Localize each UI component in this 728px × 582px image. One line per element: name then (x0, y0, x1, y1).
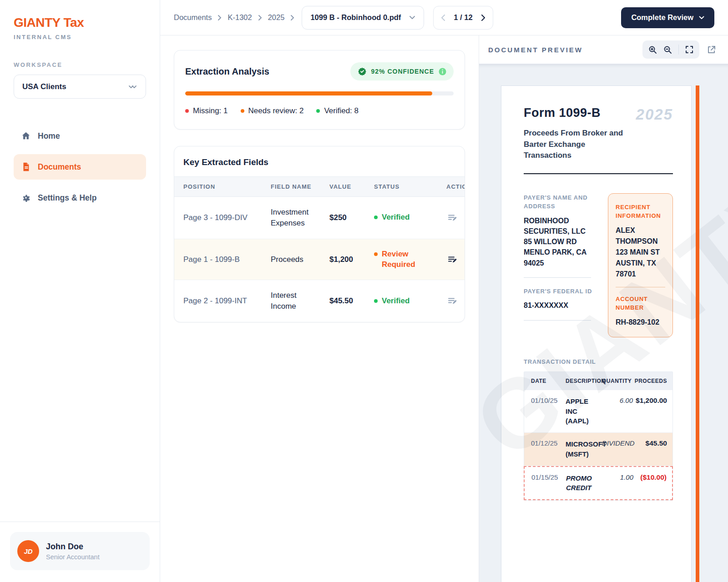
federal-id-label: PAYER'S FEDERAL ID (524, 287, 597, 296)
complete-review-label: Complete Review (631, 13, 693, 22)
status-badge: Verified (374, 212, 434, 223)
fullscreen-icon[interactable] (685, 45, 693, 54)
chevrons-down-icon (128, 83, 137, 90)
extraction-title: Extraction Analysis (185, 66, 269, 77)
tx-date: 01/15/25 (531, 473, 566, 481)
row-field-name: Investment Expenses (271, 207, 329, 229)
breadcrumb: Documents K-1302 2025 (174, 13, 294, 22)
chevron-right-icon (290, 15, 294, 21)
file-selector[interactable]: 1099 B - Robinhood 0.pdf (302, 6, 424, 30)
tx-quantity: DIVIDEND (602, 439, 633, 447)
tx-description: MICROSOFT (MSFT) (566, 439, 602, 459)
sidebar-item-home[interactable]: Home (14, 123, 146, 149)
form-1099b-page: Form 1099-B 2025 Proceeds From Broker an… (501, 85, 692, 582)
sidebar-item-documents[interactable]: Documents (14, 154, 146, 180)
column-header-value: VALUE (329, 183, 374, 190)
tx-column-proceeds: PROCEEDS (633, 378, 667, 384)
legend-review-label: Needs review: 2 (248, 106, 304, 115)
key-fields-title: Key Extracted Fields (174, 146, 465, 176)
status-badge: Review Required (374, 249, 434, 270)
row-value: $1,200 (329, 255, 374, 264)
info-icon[interactable] (439, 68, 446, 75)
recipient-label: RECIPIENT INFORMATION (616, 203, 665, 221)
recipient-info-box: RECIPIENT INFORMATION ALEX THOMPSON 123 … (608, 193, 673, 337)
preview-canvas: GIANTY Form 1099-B 2025 Proceeds From Br… (479, 64, 728, 582)
payer-label: PAYER'S NAME AND ADDRESS (524, 193, 597, 211)
transaction-table-header: DATE DESCRIPTION QUANTITY PROCEEDS (524, 372, 672, 390)
divider (524, 320, 591, 321)
sidebar-nav: Home Documents Settings & Help (0, 123, 160, 211)
status-dot-icon (374, 299, 378, 303)
zoom-in-icon[interactable] (648, 45, 657, 54)
tx-quantity: 1.00 (602, 473, 633, 481)
tx-proceeds: $45.50 (633, 439, 667, 447)
gear-icon (21, 193, 31, 203)
confidence-badge: 92% CONFIDENCE (350, 62, 454, 80)
preview-title: DOCUMENT PREVIEW (488, 46, 583, 54)
open-external-icon[interactable] (707, 45, 716, 55)
tx-description: PROMO CREDIT (566, 473, 602, 493)
document-icon (21, 162, 31, 172)
chevron-right-icon (217, 15, 222, 21)
page-indicator: 1 / 12 (454, 13, 472, 22)
form-subtitle: Proceeds From Broker and Barter Exchange… (524, 128, 626, 161)
zoom-out-icon[interactable] (663, 45, 672, 54)
status-label: Verified (382, 212, 410, 223)
status-badge: Verified (374, 296, 434, 306)
workspace-select[interactable]: USA Clients (14, 75, 146, 99)
breadcrumb-client[interactable]: K-1302 (228, 13, 252, 22)
status-dot-icon (374, 252, 378, 256)
extraction-legend: Missing: 1 Needs review: 2 Verified: 8 (185, 106, 454, 115)
legend-verified-label: Verified: 8 (324, 106, 359, 115)
breadcrumb-documents[interactable]: Documents (174, 13, 212, 22)
tx-proceeds: ($10.00) (633, 473, 667, 482)
document-preview-panel: DOCUMENT PREVIEW (479, 35, 728, 582)
row-value: $250 (329, 213, 374, 222)
form-year: 2025 (636, 106, 673, 123)
app-logo: GIANTY Tax (14, 15, 146, 30)
avatar: JD (17, 540, 39, 562)
edit-field-icon[interactable] (447, 296, 457, 306)
tx-column-quantity: QUANTITY (602, 378, 633, 384)
tx-date: 01/10/25 (531, 396, 566, 404)
transaction-row-highlighted: 01/12/25 MICROSOFT (MSFT) DIVIDEND $45.5… (524, 433, 672, 466)
user-card[interactable]: JD John Doe Senior Accountant (10, 532, 150, 570)
confidence-label: 92% CONFIDENCE (371, 68, 434, 75)
extraction-panel: Extraction Analysis 92% CONFIDENCE (160, 35, 479, 582)
table-row[interactable]: Page 1 - 1099-B Proceeds $1,200 Review R… (174, 239, 465, 281)
sidebar-footer: JD John Doe Senior Accountant (0, 522, 160, 582)
column-header-action: ACTION (434, 183, 465, 190)
chevron-down-icon (409, 15, 415, 20)
status-dot-icon (374, 216, 378, 219)
edit-field-icon[interactable] (447, 255, 457, 265)
prev-page-button[interactable] (441, 14, 445, 21)
form-title: Form 1099-B (524, 106, 601, 120)
edit-field-icon[interactable] (447, 213, 457, 223)
divider (616, 287, 665, 287)
sidebar-item-label: Documents (38, 162, 81, 172)
home-icon (21, 131, 31, 141)
next-page-button[interactable] (481, 14, 485, 21)
recipient-name-address: ALEX THOMPSON 123 MAIN ST AUSTIN, TX 787… (616, 225, 665, 280)
form-divider (524, 173, 673, 174)
confidence-progress-bar (185, 91, 454, 95)
tx-date: 01/12/25 (531, 439, 566, 447)
fields-table-header: POSITION FIELD NAME VALUE STATUS ACTION (174, 176, 465, 197)
legend-missing-label: Missing: 1 (193, 106, 228, 115)
file-selector-value: 1099 B - Robinhood 0.pdf (310, 13, 401, 22)
table-row[interactable]: Page 3 - 1099-DIV Investment Expenses $2… (174, 197, 465, 239)
toolbar-divider (678, 45, 679, 55)
column-header-position: POSITION (183, 183, 271, 190)
table-row[interactable]: Page 2 - 1099-INT Interest Income $45.50… (174, 280, 465, 322)
page-navigator: 1 / 12 (433, 6, 493, 30)
extraction-analysis-card: Extraction Analysis 92% CONFIDENCE (174, 50, 465, 130)
user-name: John Doe (46, 542, 100, 552)
chevron-down-icon (699, 16, 704, 20)
breadcrumb-year[interactable]: 2025 (268, 13, 285, 22)
sidebar-item-settings[interactable]: Settings & Help (14, 185, 146, 211)
row-field-name: Interest Income (271, 290, 329, 312)
confidence-progress-fill (185, 91, 432, 95)
top-bar: Documents K-1302 2025 1099 B - Robinhood… (160, 0, 728, 35)
complete-review-button[interactable]: Complete Review (621, 7, 714, 28)
sidebar-item-label: Settings & Help (38, 193, 96, 203)
